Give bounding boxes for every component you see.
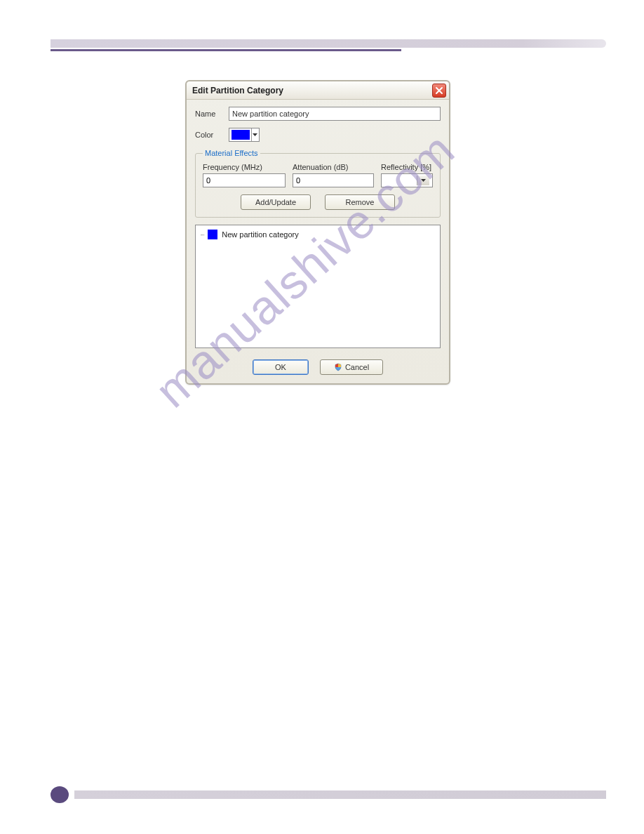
reflectivity-label: Reflectivity [%] bbox=[381, 163, 433, 171]
dropdown-arrow-icon bbox=[251, 128, 258, 141]
add-update-label: Add/Update bbox=[255, 198, 296, 206]
reflectivity-combo[interactable] bbox=[381, 173, 433, 187]
item-color-swatch bbox=[208, 230, 217, 239]
remove-label: Remove bbox=[346, 198, 375, 206]
color-label: Color bbox=[195, 131, 229, 139]
color-swatch bbox=[232, 130, 250, 140]
dialog-titlebar: Edit Partition Category bbox=[187, 81, 449, 100]
ok-button[interactable]: OK bbox=[253, 359, 309, 375]
name-label: Name bbox=[195, 110, 229, 118]
list-item[interactable]: ····· New partition category bbox=[200, 228, 436, 241]
frequency-column: Frequency (MHz) bbox=[203, 163, 286, 187]
shield-icon bbox=[334, 363, 342, 371]
attenuation-column: Attenuation (dB) bbox=[293, 163, 374, 187]
chevron-down-icon bbox=[417, 176, 429, 185]
material-effects-columns: Frequency (MHz) Attenuation (dB) Reflect… bbox=[203, 163, 433, 187]
material-effects-group: Material Effects Frequency (MHz) Attenua… bbox=[195, 149, 441, 218]
dialog-title: Edit Partition Category bbox=[192, 86, 283, 95]
frequency-input[interactable] bbox=[203, 173, 286, 187]
dialog-body: Name Color Material Effects Frequency (M… bbox=[187, 100, 449, 383]
close-icon bbox=[435, 86, 443, 95]
material-effects-legend: Material Effects bbox=[203, 149, 260, 157]
color-picker[interactable] bbox=[229, 128, 260, 142]
list-item-label: New partition category bbox=[222, 230, 298, 239]
page-header-underline bbox=[51, 49, 401, 51]
page-footer-bar bbox=[74, 790, 606, 799]
page-footer-bullet bbox=[51, 786, 69, 803]
dialog-footer-buttons: OK Cancel bbox=[195, 359, 441, 375]
reflectivity-value bbox=[384, 176, 417, 185]
color-row: Color bbox=[195, 128, 441, 142]
close-button[interactable] bbox=[432, 84, 446, 98]
name-row: Name bbox=[195, 107, 441, 121]
cancel-button[interactable]: Cancel bbox=[320, 359, 383, 375]
edit-partition-category-dialog: Edit Partition Category Name Color Mater… bbox=[185, 80, 450, 385]
cancel-label: Cancel bbox=[345, 363, 369, 371]
ok-label: OK bbox=[275, 363, 286, 371]
reflectivity-column: Reflectivity [%] bbox=[381, 163, 433, 187]
add-update-button[interactable]: Add/Update bbox=[241, 194, 311, 210]
attenuation-label: Attenuation (dB) bbox=[293, 163, 374, 171]
material-effects-buttons: Add/Update Remove bbox=[203, 194, 433, 210]
frequency-label: Frequency (MHz) bbox=[203, 163, 286, 171]
tree-connector-icon: ····· bbox=[200, 230, 203, 239]
attenuation-input[interactable] bbox=[293, 173, 374, 187]
page-header-bar bbox=[51, 39, 606, 48]
name-input[interactable] bbox=[229, 107, 441, 121]
remove-button[interactable]: Remove bbox=[325, 194, 395, 210]
category-list[interactable]: ····· New partition category bbox=[195, 225, 441, 348]
